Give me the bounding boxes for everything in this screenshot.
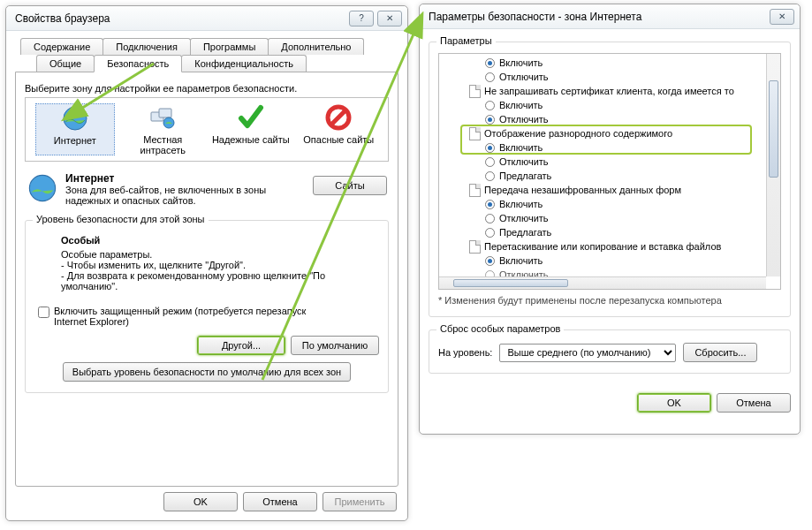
- tree-option-label: Включить: [499, 57, 543, 68]
- tree-option[interactable]: Включить: [443, 197, 780, 211]
- level-name: Особый: [61, 235, 377, 246]
- radio-icon: [485, 72, 495, 82]
- tab-panel-security: Выберите зону для настройки ее параметро…: [15, 72, 398, 487]
- tab-content[interactable]: Содержание: [20, 38, 103, 55]
- tree-option-label: Включить: [499, 100, 543, 110]
- help-button[interactable]: ?: [349, 11, 374, 26]
- close-button[interactable]: ✕: [377, 11, 402, 26]
- document-icon: [469, 127, 481, 140]
- cancel-button-left[interactable]: Отмена: [243, 492, 317, 511]
- group-title: Уровень безопасности для этой зоны: [33, 214, 209, 224]
- tree-group-label: Отображение разнородного содержимого: [484, 128, 672, 139]
- level-line: - Для возврата к рекомендованному уровню…: [61, 270, 377, 292]
- radio-icon: [485, 58, 495, 68]
- zone-select-list[interactable]: Интернет Местная интрасеть Надежные: [25, 97, 389, 162]
- document-icon: [469, 240, 481, 254]
- tree-option-label: Предлагать: [499, 170, 551, 181]
- radio-icon: [485, 200, 495, 209]
- tab-connections[interactable]: Подключения: [102, 38, 191, 55]
- reset-button[interactable]: Сбросить...: [683, 343, 757, 362]
- tree-option[interactable]: Предлагать: [443, 169, 780, 183]
- protected-mode-row[interactable]: Включить защищенный режим (потребуется п…: [34, 306, 379, 327]
- zone-label: Опасные сайты: [299, 134, 378, 145]
- tree-option[interactable]: Отключить: [443, 155, 780, 169]
- level-line: Особые параметры.: [61, 249, 377, 260]
- security-level-block: Особый Особые параметры. - Чтобы изменит…: [34, 230, 379, 293]
- radio-icon: [485, 228, 495, 238]
- apply-button[interactable]: Применить: [323, 492, 397, 511]
- document-icon: [469, 184, 481, 197]
- tree-group-dragdrop[interactable]: Перетаскивание или копирование и вставка…: [443, 239, 780, 254]
- cancel-button-right[interactable]: Отмена: [717, 393, 791, 413]
- dialog-buttons-left: OK Отмена Применить: [17, 492, 397, 511]
- security-settings-dialog: Параметры безопасности - зона Интернета …: [419, 4, 801, 435]
- scrollbar-thumb[interactable]: [453, 279, 568, 287]
- tree-option-label: Предлагать: [499, 227, 551, 238]
- restart-note: * Изменения будут применены после переза…: [438, 295, 781, 306]
- horizontal-scrollbar[interactable]: [439, 276, 766, 289]
- close-button-right[interactable]: ✕: [770, 9, 794, 25]
- tree-option-label: Включить: [499, 255, 543, 266]
- tree-group-forms[interactable]: Передача незашифрованных данных форм: [443, 183, 780, 197]
- tab-general[interactable]: Общие: [36, 55, 95, 72]
- tab-advanced[interactable]: Дополнительно: [268, 38, 364, 55]
- document-icon: [469, 85, 481, 98]
- ok-button-right[interactable]: OK: [637, 393, 711, 413]
- zone-internet[interactable]: Интернет: [35, 103, 115, 155]
- browser-properties-dialog: Свойства браузера ? ✕ Содержание Подключ…: [5, 5, 408, 521]
- tree-option[interactable]: Включить: [443, 56, 780, 70]
- radio-icon: [485, 115, 495, 125]
- sites-button[interactable]: Сайты: [313, 176, 387, 195]
- settings-group: Параметры Включить Отключить Не запрашив…: [429, 42, 791, 317]
- tab-privacy[interactable]: Конфиденциальность: [181, 55, 307, 72]
- reset-all-zones-button[interactable]: Выбрать уровень безопасности по умолчани…: [63, 362, 351, 382]
- protected-mode-label: Включить защищенный режим (потребуется п…: [54, 306, 337, 327]
- radio-icon: [485, 101, 495, 110]
- ok-button-left[interactable]: OK: [163, 492, 238, 511]
- security-level-group: Уровень безопасности для этой зоны Особы…: [25, 220, 389, 393]
- tree-option[interactable]: Включить: [443, 254, 780, 268]
- tree-group-client-cert[interactable]: Не запрашивать сертификат клиента, когда…: [443, 84, 780, 98]
- scrollbar-thumb[interactable]: [769, 80, 778, 178]
- protected-mode-checkbox[interactable]: [38, 307, 49, 318]
- titlebar-title: Свойства браузера: [11, 12, 345, 25]
- group-title-reset: Сброс особых параметров: [436, 323, 564, 334]
- zone-intranet[interactable]: Местная интрасеть: [123, 103, 202, 155]
- zone-label: Интернет: [36, 135, 114, 146]
- tree-group-label: Не запрашивать сертификат клиента, когда…: [484, 86, 734, 96]
- zone-select-label: Выберите зону для настройки ее параметро…: [25, 83, 389, 94]
- radio-icon: [485, 143, 495, 153]
- tree-option-label: Отключить: [499, 213, 549, 223]
- zone-label: Местная интрасеть: [123, 134, 202, 155]
- trusted-icon: [237, 103, 265, 132]
- tree-option[interactable]: Отключить: [443, 112, 780, 126]
- tree-option-label: Отключить: [499, 72, 549, 82]
- tree-option[interactable]: Отключить: [443, 211, 780, 225]
- tree-option[interactable]: Отключить: [443, 70, 780, 84]
- zone-restricted[interactable]: Опасные сайты: [299, 103, 378, 155]
- tree-option[interactable]: Предлагать: [443, 225, 780, 239]
- settings-tree[interactable]: Включить Отключить Не запрашивать сертиф…: [438, 53, 781, 290]
- tree-group-mixed-content[interactable]: Отображение разнородного содержимого: [443, 126, 780, 140]
- zone-trusted[interactable]: Надежные сайты: [211, 103, 291, 155]
- intranet-icon: [148, 103, 177, 132]
- dialog-body-right: Параметры Включить Отключить Не запрашив…: [420, 29, 800, 434]
- dialog-body-left: Содержание Подключения Программы Дополни…: [6, 31, 407, 520]
- globe-icon: [27, 172, 58, 204]
- custom-level-button[interactable]: Другой...: [197, 336, 285, 355]
- radio-icon: [485, 214, 495, 223]
- radio-icon: [485, 256, 495, 266]
- tab-security[interactable]: Безопасность: [94, 55, 182, 72]
- tree-option[interactable]: Включить: [443, 98, 780, 112]
- reset-level-select[interactable]: Выше среднего (по умолчанию): [499, 344, 676, 362]
- vertical-scrollbar[interactable]: [766, 54, 780, 276]
- tree-option[interactable]: Включить: [443, 140, 780, 155]
- level-line: - Чтобы изменить их, щелкните "Другой".: [61, 260, 377, 270]
- tree-option-label: Включить: [499, 142, 543, 153]
- titlebar-right: Параметры безопасности - зона Интернета …: [420, 4, 800, 29]
- zone-description-block: Интернет Зона для веб-сайтов, не включен…: [25, 170, 389, 211]
- tree-option-label: Отключить: [499, 156, 549, 167]
- tab-programs[interactable]: Программы: [190, 38, 269, 55]
- default-level-button[interactable]: По умолчанию: [291, 336, 379, 355]
- zone-label: Надежные сайты: [211, 134, 291, 145]
